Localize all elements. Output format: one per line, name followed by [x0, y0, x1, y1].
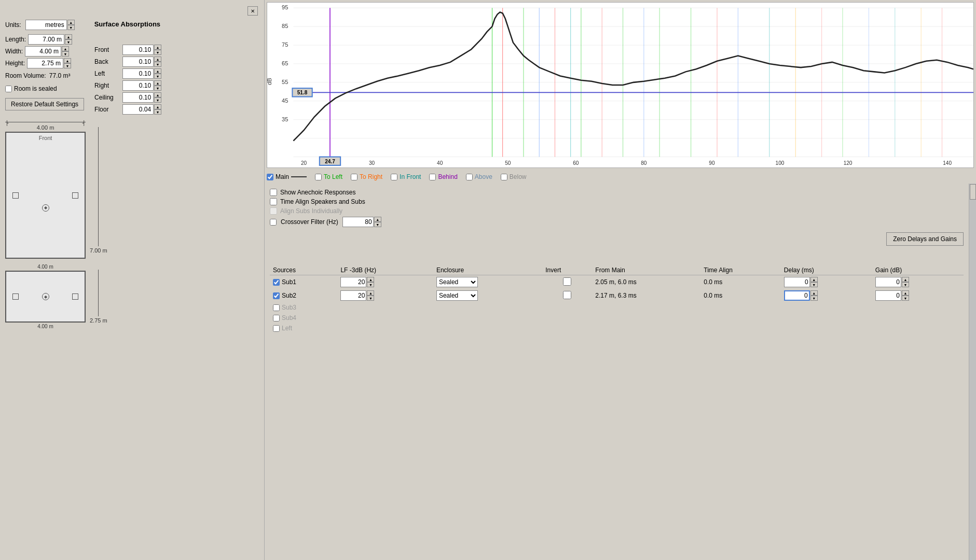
align-subs-checkbox[interactable]	[270, 207, 277, 215]
front-absorption-container: ▲ ▼	[122, 45, 161, 55]
crossover-input[interactable]	[342, 217, 374, 227]
height-down[interactable]: ▼	[64, 63, 71, 68]
crossover-down[interactable]: ▼	[374, 222, 381, 227]
sub2-delay-up[interactable]: ▲	[810, 290, 818, 296]
left-source-label: Left	[282, 325, 292, 332]
time-align-checkbox[interactable]	[270, 198, 277, 205]
restore-button[interactable]: Restore Default Settings	[5, 98, 84, 110]
floor-down[interactable]: ▼	[154, 109, 161, 115]
ceiling-up[interactable]: ▲	[154, 92, 161, 97]
scrollbar-track[interactable]	[969, 184, 976, 560]
close-button[interactable]: ✕	[248, 6, 258, 16]
legend-above-checkbox[interactable]	[466, 174, 473, 180]
sub1-lf-up[interactable]: ▲	[367, 277, 374, 282]
show-anechoic-checkbox[interactable]	[270, 189, 277, 196]
sub4-checkbox[interactable]	[273, 315, 280, 321]
sub1-delay-up[interactable]: ▲	[810, 277, 818, 282]
scrollbar-thumb[interactable]	[970, 184, 976, 200]
sub2-checkbox[interactable]	[273, 292, 280, 299]
sub1-from-main: 2.05 m, 6.0 ms	[592, 275, 700, 289]
sub1-gain-input[interactable]	[875, 277, 901, 287]
legend-below-checkbox[interactable]	[501, 174, 507, 180]
ceiling-down[interactable]: ▼	[154, 97, 161, 103]
sub2-lf-down[interactable]: ▼	[367, 296, 374, 301]
units-input[interactable]	[25, 20, 67, 30]
sub2-delay-input[interactable]	[784, 290, 810, 301]
side-speaker-left-icon	[12, 293, 19, 300]
sub1-delay-input[interactable]	[784, 277, 810, 287]
legend-to-left-checkbox[interactable]	[315, 174, 322, 180]
ceiling-absorption-container: ▲ ▼	[122, 92, 161, 103]
sub2-gain-up[interactable]: ▲	[902, 290, 909, 296]
svg-text:20: 20	[301, 160, 307, 166]
sub2-time-align: 0.0 ms	[700, 289, 781, 302]
right-up[interactable]: ▲	[154, 80, 161, 86]
height-up[interactable]: ▲	[64, 58, 71, 63]
sub1-gain-up[interactable]: ▲	[902, 277, 909, 282]
frequency-chart[interactable]: 95 85 75 65 55 45 35 dB	[267, 3, 973, 167]
length-down[interactable]: ▼	[65, 39, 72, 45]
sub2-lf-input[interactable]	[340, 290, 366, 301]
sub1-gain-down[interactable]: ▼	[902, 282, 909, 287]
sub1-delay-down[interactable]: ▼	[810, 282, 818, 287]
legend-above-label: Above	[475, 173, 492, 180]
floor-up[interactable]: ▲	[154, 104, 161, 109]
front-up[interactable]: ▲	[154, 45, 161, 50]
left-source-checkbox[interactable]	[273, 325, 280, 332]
back-absorption-input[interactable]	[122, 57, 154, 67]
sub2-gain-down[interactable]: ▼	[902, 296, 909, 301]
sub1-lf-input[interactable]	[340, 277, 366, 287]
sub2-lf-up[interactable]: ▲	[367, 290, 374, 296]
sub3-checkbox[interactable]	[273, 304, 280, 311]
length-input[interactable]	[28, 34, 64, 45]
back-up[interactable]: ▲	[154, 57, 161, 62]
sub1-enclosure-select[interactable]: Sealed Ported	[436, 277, 478, 287]
front-down[interactable]: ▼	[154, 50, 161, 55]
legend-in-front-checkbox[interactable]	[391, 174, 397, 180]
legend-main-label: Main	[276, 173, 289, 180]
legend-main-checkbox[interactable]	[267, 174, 273, 180]
right-absorption-input[interactable]	[122, 80, 154, 91]
left-down[interactable]: ▼	[154, 74, 161, 79]
sub2-label: Sub2	[282, 292, 296, 299]
svg-text:50: 50	[505, 160, 511, 166]
units-down[interactable]: ▼	[67, 25, 75, 30]
room-sealed-checkbox[interactable]	[5, 86, 12, 92]
zero-delays-button[interactable]: Zero Delays and Gains	[886, 232, 964, 246]
units-up[interactable]: ▲	[67, 20, 75, 25]
width-input[interactable]	[25, 46, 61, 57]
width-down[interactable]: ▼	[62, 51, 69, 57]
sub1-checkbox[interactable]	[273, 279, 280, 286]
show-anechoic-label: Show Anechoic Responses	[280, 189, 355, 196]
surface-front-label: Front	[94, 46, 120, 53]
length-up[interactable]: ▲	[65, 34, 72, 39]
left-absorption-input[interactable]	[122, 68, 154, 79]
sub2-invert-checkbox[interactable]	[563, 291, 571, 299]
time-align-row: Time Align Speakers and Subs	[270, 198, 964, 205]
height-input[interactable]	[27, 58, 63, 68]
col-sources: Sources	[270, 265, 337, 275]
width-up[interactable]: ▲	[62, 46, 69, 51]
back-absorption-container: ▲ ▼	[122, 57, 161, 67]
sub2-lf-container: ▲ ▼	[340, 290, 430, 301]
legend-behind-checkbox[interactable]	[429, 174, 436, 180]
chart-area[interactable]: 95 85 75 65 55 45 35 dB	[267, 2, 974, 168]
sub2-gain-input[interactable]	[875, 290, 901, 301]
floor-absorption-input[interactable]	[122, 104, 154, 115]
sub1-lf-down[interactable]: ▼	[367, 282, 374, 287]
sub1-lf-container: ▲ ▼	[340, 277, 430, 287]
right-down[interactable]: ▼	[154, 86, 161, 91]
sub2-delay-down[interactable]: ▼	[810, 296, 818, 301]
align-subs-row: Align Subs Individually	[270, 207, 964, 215]
crossover-up[interactable]: ▲	[374, 217, 381, 222]
back-down[interactable]: ▼	[154, 62, 161, 67]
ceiling-absorption-input[interactable]	[122, 92, 154, 103]
svg-text:100: 100	[776, 160, 785, 166]
crossover-checkbox[interactable]	[270, 219, 277, 226]
sub1-invert-checkbox[interactable]	[563, 277, 571, 286]
sub2-delay-container: ▲ ▼	[784, 290, 869, 301]
left-up[interactable]: ▲	[154, 68, 161, 74]
front-absorption-input[interactable]	[122, 45, 154, 55]
sub2-enclosure-select[interactable]: Sealed Ported	[436, 290, 478, 301]
legend-to-right-checkbox[interactable]	[351, 174, 358, 180]
